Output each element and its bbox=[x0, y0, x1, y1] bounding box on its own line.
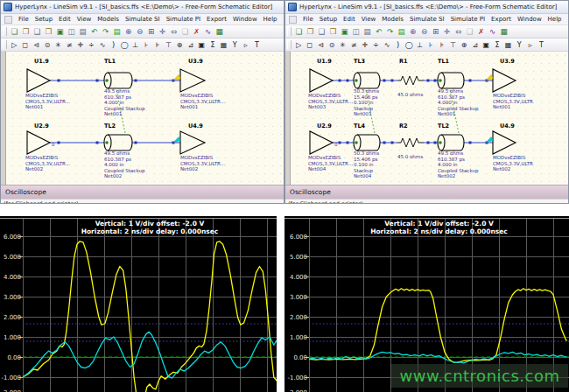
open-file-icon[interactable]: ❐ bbox=[20, 26, 32, 38]
refdes-label[interactable]: U4.9 bbox=[188, 122, 203, 130]
add-terminator-icon[interactable]: ⊥ bbox=[130, 39, 142, 51]
board-view-icon[interactable]: ▦ bbox=[214, 26, 225, 38]
add-series-term-icon[interactable]: ⊦ bbox=[425, 39, 437, 51]
save-file-icon[interactable]: ▣ bbox=[339, 26, 350, 38]
zoom-in-icon[interactable]: ⊕ bbox=[123, 26, 134, 38]
add-buffer-icon[interactable]: ⊲ bbox=[315, 39, 327, 51]
add-terminator-icon[interactable]: ⊥ bbox=[415, 39, 426, 51]
junction-dot[interactable] bbox=[469, 80, 472, 82]
toolbar-grip[interactable] bbox=[287, 27, 292, 36]
blank-sheet-icon[interactable]: ❏ bbox=[179, 26, 191, 38]
zoom-in-icon[interactable]: ⊕ bbox=[407, 26, 418, 38]
refdes-label[interactable]: U4.9 bbox=[500, 122, 515, 130]
add-ic-icon[interactable]: ⊙ bbox=[327, 39, 338, 51]
add-probe-icon[interactable]: ▹ bbox=[524, 39, 536, 51]
menu-item[interactable]: Simulate SI bbox=[125, 16, 160, 23]
blank-sheet-icon[interactable]: ❏ bbox=[464, 26, 475, 38]
add-inductor-icon[interactable]: ∿ bbox=[382, 39, 393, 51]
add-ground-icon[interactable]: ⊤ bbox=[447, 39, 459, 51]
junction-dot[interactable] bbox=[347, 142, 349, 144]
junction-dot[interactable] bbox=[391, 80, 394, 82]
open-folder-icon[interactable]: ❒ bbox=[327, 26, 339, 38]
add-spice-model-icon[interactable]: Σ bbox=[492, 39, 503, 51]
add-capacitor-icon[interactable]: ≠ bbox=[348, 39, 360, 51]
refdes-label[interactable]: R1 bbox=[399, 58, 408, 65]
junction-dot[interactable] bbox=[427, 80, 430, 82]
pointer-icon[interactable]: ▷ bbox=[293, 39, 305, 51]
refdes-label[interactable]: TL2 bbox=[104, 122, 116, 130]
add-diff-term-icon[interactable]: ⊧ bbox=[152, 39, 164, 51]
cyan-probe-arrow[interactable] bbox=[173, 137, 181, 144]
menu-item[interactable]: Window bbox=[517, 16, 542, 23]
select-region-icon[interactable]: ◻ bbox=[305, 39, 316, 51]
print-icon[interactable]: ▤ bbox=[77, 26, 88, 38]
receiver-symbol-U3.9[interactable] bbox=[180, 69, 205, 92]
junction-dot[interactable] bbox=[427, 142, 430, 144]
resistor-symbol-R1[interactable] bbox=[397, 76, 424, 85]
menu-item[interactable]: Simulate SI bbox=[410, 16, 445, 23]
add-buffer-icon[interactable]: ⊲ bbox=[31, 39, 42, 51]
add-ic-icon[interactable]: ⊙ bbox=[42, 39, 53, 51]
refdes-label[interactable]: TL3 bbox=[354, 58, 365, 65]
stackup-editor-icon[interactable]: ▤ bbox=[111, 26, 123, 38]
eraser-icon[interactable]: ✗ bbox=[191, 26, 202, 38]
redo-icon[interactable]: ↷ bbox=[100, 26, 111, 38]
add-diff-term-icon[interactable]: ⊧ bbox=[437, 39, 448, 51]
zoom-out-icon[interactable]: ⊖ bbox=[418, 26, 430, 38]
eraser-icon[interactable]: ✗ bbox=[475, 26, 487, 38]
yellow-probe-arrow[interactable] bbox=[486, 75, 494, 81]
stackup-editor-icon[interactable]: ▤ bbox=[396, 26, 407, 38]
receiver-symbol-U3.9[interactable] bbox=[493, 69, 516, 92]
menu-item[interactable]: Export bbox=[491, 16, 511, 23]
add-text-icon[interactable]: T bbox=[251, 39, 263, 51]
new-file-icon[interactable]: ❏ bbox=[9, 26, 20, 38]
receiver-symbol-U4.9[interactable] bbox=[180, 131, 205, 154]
menu-item[interactable]: Models bbox=[97, 16, 119, 23]
menu-item[interactable]: Setup bbox=[320, 16, 337, 23]
junction-dot[interactable] bbox=[383, 80, 386, 82]
menu-item[interactable]: Setup bbox=[35, 16, 53, 23]
menu-item[interactable]: Models bbox=[382, 16, 404, 23]
junction-dot[interactable] bbox=[135, 142, 137, 144]
menu-item[interactable]: Help bbox=[263, 16, 277, 23]
add-package-icon[interactable]: ▦ bbox=[218, 39, 229, 51]
refdes-label[interactable]: U1.9 bbox=[317, 58, 332, 65]
add-via-icon[interactable]: ◯ bbox=[119, 39, 130, 51]
receiver-symbol-U4.9[interactable] bbox=[493, 131, 516, 154]
junction-dot[interactable] bbox=[339, 142, 341, 144]
save-file-icon[interactable]: ▣ bbox=[54, 26, 66, 38]
driver-symbol-U1.9[interactable] bbox=[310, 69, 333, 92]
add-series-term-icon[interactable]: ⊦ bbox=[141, 39, 152, 51]
export-file-icon[interactable]: ❑ bbox=[316, 26, 327, 38]
menu-item[interactable]: Edit bbox=[59, 16, 71, 23]
schematic-canvas[interactable]: U1.9 TL1 U3.9 MODvsEZIBIS CMOS,3.3V,ULTR… bbox=[1, 52, 284, 185]
add-via-icon[interactable]: ◯ bbox=[404, 39, 415, 51]
driver-symbol-U2.9[interactable] bbox=[310, 131, 333, 154]
pan-icon[interactable]: ✛ bbox=[441, 26, 453, 38]
refdes-label[interactable]: U2.9 bbox=[34, 122, 49, 130]
menu-item[interactable]: Window bbox=[233, 16, 257, 23]
add-y-network-icon[interactable]: Y bbox=[514, 39, 525, 51]
add-resistor-pullup-icon[interactable]: ✛ bbox=[360, 39, 371, 51]
refdes-label[interactable]: U3.9 bbox=[188, 58, 203, 65]
driver-symbol-U1.9[interactable] bbox=[27, 69, 50, 92]
open-file-icon[interactable]: ❐ bbox=[305, 26, 316, 38]
menu-item[interactable]: Help bbox=[548, 16, 562, 23]
waveform-recorder-icon[interactable]: ∿ bbox=[487, 26, 498, 38]
add-ibis-model-icon[interactable]: ▣ bbox=[196, 39, 207, 51]
redo-icon[interactable]: ↷ bbox=[384, 26, 396, 38]
zoom-fit-icon[interactable]: ⊞ bbox=[430, 26, 441, 38]
resistor-symbol-R2[interactable] bbox=[397, 138, 424, 147]
driver-symbol-U2.9[interactable] bbox=[27, 131, 50, 154]
schematic-canvas[interactable]: U1.9 TL3 R1 TL1 U3.9 MODvsEZIBIS CMOS,3.… bbox=[285, 52, 568, 185]
refdes-label[interactable]: TL1 bbox=[438, 58, 450, 65]
add-capacitor-icon[interactable]: ≠ bbox=[64, 39, 75, 51]
add-package-icon[interactable]: ▦ bbox=[502, 39, 514, 51]
board-view-icon[interactable]: ▦ bbox=[498, 26, 509, 38]
menu-item[interactable]: Simulate PI bbox=[451, 16, 485, 23]
refdes-label[interactable]: R2 bbox=[399, 122, 408, 130]
add-diode-icon[interactable]: ⊿ bbox=[470, 39, 481, 51]
add-diode-icon[interactable]: ⊿ bbox=[186, 39, 197, 51]
undo-icon[interactable]: ↶ bbox=[373, 26, 384, 38]
junction-dot[interactable] bbox=[391, 142, 394, 144]
